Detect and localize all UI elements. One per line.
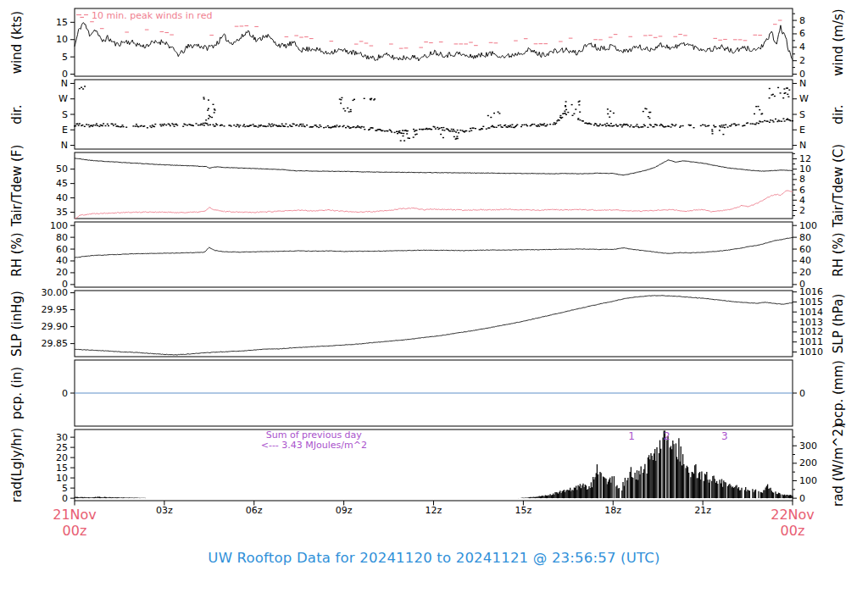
dir-dot bbox=[255, 125, 257, 126]
dir-dot bbox=[208, 125, 209, 125]
dir-dot bbox=[565, 109, 567, 110]
dir-dot bbox=[470, 130, 472, 131]
dir-dot bbox=[135, 125, 136, 126]
dir-dot bbox=[214, 109, 216, 110]
y-tick-label: 45 bbox=[56, 178, 68, 189]
dir-dot bbox=[336, 125, 337, 125]
y-tick-label: 15 bbox=[56, 463, 68, 474]
dir-dot bbox=[213, 125, 214, 125]
dir-dot bbox=[327, 125, 329, 126]
dir-dot bbox=[450, 130, 452, 131]
y-tick-label: 50 bbox=[56, 163, 68, 175]
dir-dot bbox=[372, 127, 374, 128]
dir-dot bbox=[526, 125, 528, 126]
dir-dot bbox=[357, 125, 359, 126]
dir-dot bbox=[769, 88, 771, 89]
dir-dot bbox=[787, 94, 788, 95]
dir-dot bbox=[693, 127, 695, 128]
ylabel-left-dir: dir. bbox=[9, 104, 25, 124]
dir-dot bbox=[319, 125, 320, 125]
dir-dot bbox=[617, 125, 619, 126]
ylabel-right-rad: rad (W/m^2) bbox=[831, 424, 846, 507]
dir-dot bbox=[604, 124, 606, 125]
dir-dot bbox=[356, 126, 358, 127]
dir-dot bbox=[603, 125, 604, 125]
dir-dot bbox=[98, 126, 100, 127]
dir-dot bbox=[727, 126, 729, 127]
dir-dot bbox=[649, 112, 651, 113]
dir-dot bbox=[360, 127, 362, 128]
dir-dot bbox=[507, 127, 509, 128]
dir-dot bbox=[553, 124, 554, 125]
dir-dot bbox=[565, 114, 567, 115]
y-tick-label: 2 bbox=[799, 55, 805, 66]
dir-dot bbox=[265, 126, 267, 127]
dir-dot bbox=[520, 126, 522, 127]
dir-dot bbox=[509, 126, 510, 127]
x-tick-label: 06z bbox=[246, 505, 263, 516]
y-tick-label: 60 bbox=[799, 244, 811, 255]
dir-dot bbox=[609, 111, 611, 112]
y-tick-label: 60 bbox=[56, 244, 68, 255]
dir-dot bbox=[779, 120, 781, 121]
dir-dot bbox=[756, 122, 758, 123]
dir-dot bbox=[403, 133, 404, 134]
dir-dot bbox=[772, 120, 774, 121]
dir-dot bbox=[163, 125, 164, 125]
dir-dot bbox=[582, 120, 584, 121]
dir-dot bbox=[364, 98, 365, 99]
y-tick-label: 29.95 bbox=[42, 304, 69, 315]
dir-dot bbox=[268, 124, 270, 125]
dir-dot bbox=[221, 125, 223, 125]
dir-dot bbox=[443, 130, 445, 130]
y-tick-label: 6 bbox=[799, 185, 805, 196]
dir-dot bbox=[84, 126, 86, 127]
dir-dot bbox=[665, 126, 667, 127]
dir-dot bbox=[680, 125, 682, 126]
dir-dot bbox=[316, 126, 318, 127]
y-tick-label: 30.00 bbox=[42, 287, 69, 298]
dir-dot bbox=[442, 127, 444, 128]
dir-dot bbox=[787, 87, 788, 88]
y-tick-label: 0 bbox=[62, 388, 68, 399]
dir-dot bbox=[273, 125, 275, 125]
y-tick-label: 300 bbox=[799, 441, 817, 452]
dir-dot bbox=[186, 125, 188, 125]
dir-dot bbox=[577, 118, 579, 119]
dir-dot bbox=[787, 97, 789, 97]
dir-dot bbox=[141, 125, 142, 126]
dir-dot bbox=[394, 132, 396, 133]
dir-dot bbox=[679, 127, 681, 128]
dir-dot bbox=[89, 126, 91, 127]
dir-dot bbox=[564, 111, 565, 112]
dir-dot bbox=[606, 123, 608, 124]
dir-dot bbox=[475, 128, 476, 129]
dir-dot bbox=[335, 126, 337, 127]
dir-dot bbox=[298, 125, 300, 126]
dir-dot bbox=[413, 129, 415, 130]
ylabel-right-pcp: pcp. (mm) bbox=[831, 360, 846, 426]
dir-dot bbox=[578, 104, 580, 105]
y-tick-label: 10 bbox=[56, 473, 68, 484]
dir-dot bbox=[622, 125, 624, 125]
dir-dot bbox=[704, 125, 706, 125]
dir-dot bbox=[397, 133, 398, 134]
dir-dot bbox=[318, 127, 320, 128]
dir-dot bbox=[147, 127, 148, 128]
dir-dot bbox=[205, 119, 207, 120]
y-tick-label: 10 bbox=[56, 34, 68, 45]
dir-dot bbox=[376, 130, 377, 131]
y-tick-label: N bbox=[61, 78, 68, 89]
dir-dot bbox=[493, 127, 495, 128]
dir-dot bbox=[504, 125, 506, 125]
dir-dot bbox=[455, 131, 457, 132]
dir-dot bbox=[207, 109, 209, 110]
dir-dot bbox=[675, 125, 676, 125]
dir-dot bbox=[289, 125, 291, 125]
ylabel-left-rad: rad(Lgly/hr) bbox=[9, 428, 25, 502]
dir-dot bbox=[81, 125, 83, 125]
dir-dot bbox=[211, 117, 213, 118]
dir-dot bbox=[203, 97, 204, 97]
dir-dot bbox=[340, 99, 342, 100]
ylabel-left-tair: Tair/Tdew (F) bbox=[9, 145, 25, 228]
